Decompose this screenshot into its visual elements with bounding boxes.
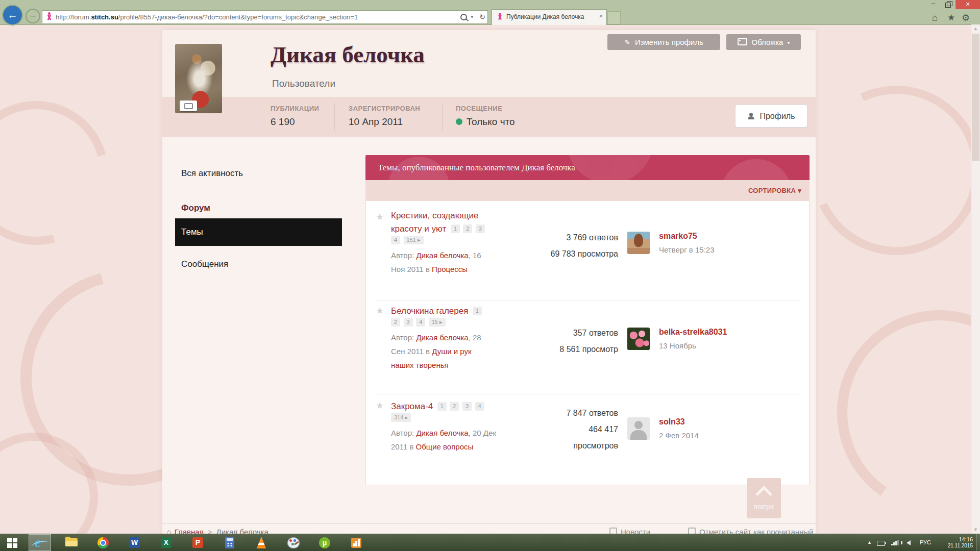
browser-chrome: ← → http://forum.stitch.su/profile/8557-… <box>0 0 980 25</box>
profile-name: Дикая белочка <box>271 41 425 68</box>
author-link[interactable]: Дикая белочка <box>416 251 468 260</box>
chevron-up-icon <box>755 486 772 503</box>
page-pill[interactable]: 4 <box>475 402 484 411</box>
taskbar-vlc[interactable] <box>250 534 273 551</box>
page-pill[interactable]: 1 <box>437 402 447 411</box>
taskbar-chrome[interactable] <box>92 534 114 551</box>
taskbar-paint[interactable] <box>282 534 304 551</box>
profile-header: Дикая белочка Пользователи ✎Изменить про… <box>162 30 816 97</box>
page-pill[interactable]: 1 <box>451 224 460 233</box>
user-link[interactable]: soln33 <box>659 417 685 426</box>
scrollbar-thumb[interactable] <box>972 34 979 161</box>
page-pill[interactable]: 4 <box>391 236 400 244</box>
topic-title-link[interactable]: Белочкина галерея <box>391 306 468 316</box>
user-link[interactable]: smarko75 <box>659 232 697 240</box>
close-button[interactable]: × <box>955 0 980 9</box>
page-pill[interactable]: 2 <box>463 224 472 233</box>
scroll-down-arrow[interactable]: ▼ <box>971 525 980 534</box>
forward-button[interactable]: → <box>26 9 40 23</box>
user-avatar[interactable] <box>627 417 650 440</box>
star-icon[interactable]: ★ <box>376 211 384 222</box>
author-link[interactable]: Дикая белочка <box>416 333 468 342</box>
topic-author-line: Автор: Дикая белочка, 20 Дек 2011 в Общи… <box>391 426 496 454</box>
back-button[interactable]: ← <box>3 6 22 24</box>
settings-gear-icon[interactable]: ⚙ <box>962 12 970 23</box>
change-photo-button[interactable] <box>180 101 197 111</box>
page-pill[interactable]: 314 ▸ <box>391 413 411 422</box>
vertical-scrollbar[interactable]: ▲ ▼ <box>971 24 980 534</box>
cover-button[interactable]: Обложка▾ <box>726 34 801 50</box>
scroll-to-top-label: вверх <box>747 502 781 511</box>
topic-replies: 7 847 ответов <box>547 405 618 421</box>
page-pill[interactable]: 3 <box>476 224 485 233</box>
author-link[interactable]: Дикая белочка <box>416 429 468 437</box>
browser-tab[interactable]: Публикации Дикая белочка × <box>492 9 607 25</box>
sidebar-item-messages[interactable]: Сообщения <box>175 259 342 269</box>
topic-stats: 3 769 ответов 69 783 просмотра <box>547 230 618 262</box>
stat-label: ПОСЕЩЕНИЕ <box>456 105 502 112</box>
show-desktop-button[interactable] <box>976 534 980 551</box>
taskbar-clock[interactable]: 14:16 21.11.2015 <box>948 536 973 549</box>
scroll-to-top-button[interactable]: вверх <box>747 478 781 518</box>
sidebar-item-topics[interactable]: Темы <box>175 218 342 246</box>
refresh-icon[interactable]: ↻ <box>479 11 485 23</box>
taskbar-chart-app[interactable] <box>345 534 368 551</box>
star-icon[interactable]: ★ <box>376 400 384 411</box>
taskbar-internet-explorer[interactable]: e <box>29 534 51 551</box>
taskbar-file-explorer[interactable] <box>60 534 83 551</box>
clock-date: 21.11.2015 <box>948 543 973 549</box>
address-bar[interactable]: http://forum.stitch.su/profile/8557-дика… <box>42 10 488 24</box>
calculator-icon <box>225 537 234 548</box>
restore-button[interactable] <box>941 0 955 9</box>
user-avatar[interactable] <box>627 328 650 350</box>
stat-divider <box>334 103 335 131</box>
scroll-up-arrow[interactable]: ▲ <box>971 24 980 33</box>
pencil-icon: ✎ <box>624 38 630 46</box>
page-pill[interactable]: 4 <box>416 318 425 327</box>
taskbar-word[interactable]: W <box>124 534 146 551</box>
language-indicator[interactable]: РУС <box>920 539 931 545</box>
category-link[interactable]: Общие вопросы <box>416 442 474 451</box>
profile-button-label: Профиль <box>760 112 795 120</box>
page-pill[interactable]: 3 <box>462 402 472 411</box>
page-pill[interactable]: 2 <box>450 402 459 411</box>
page-pill[interactable]: 15 ▸ <box>429 318 446 327</box>
home-icon[interactable]: ⌂ <box>932 12 938 23</box>
browser-toolbar: ⌂ ★ ⚙ <box>932 12 978 23</box>
utorrent-icon: µ <box>319 537 330 548</box>
topic-title-link[interactable]: Закрома-4 <box>391 402 433 411</box>
star-icon[interactable]: ★ <box>376 305 384 316</box>
page-pill[interactable]: 151 ▸ <box>404 236 424 244</box>
edit-profile-button[interactable]: ✎Изменить профиль <box>607 34 720 50</box>
taskbar-calculator[interactable] <box>218 534 241 551</box>
stat-divider <box>442 103 443 131</box>
taskbar-powerpoint[interactable]: P <box>187 534 209 551</box>
topics-panel-title: Темы, опубликованные пользователем Дикая… <box>378 155 575 180</box>
search-icon[interactable] <box>460 14 467 20</box>
tab-close-icon[interactable]: × <box>599 13 603 20</box>
new-tab-button[interactable] <box>607 11 621 24</box>
minimize-button[interactable]: – <box>926 0 941 9</box>
page-pill[interactable]: 3 <box>404 318 413 327</box>
user-avatar[interactable] <box>627 232 650 254</box>
favorites-star-icon[interactable]: ★ <box>947 12 955 23</box>
profile-button[interactable]: Профиль <box>735 105 807 128</box>
volume-icon[interactable] <box>906 540 911 545</box>
sidebar-item-all-activity[interactable]: Вся активность <box>175 168 342 179</box>
vlc-cone-icon <box>256 537 267 548</box>
tray-expand-icon[interactable]: ▲ <box>867 540 872 545</box>
topic-author-line: Автор: Дикая белочка, 16 Ноя 2011 в Проц… <box>391 248 491 276</box>
taskbar-excel[interactable]: X <box>155 534 178 551</box>
network-icon[interactable] <box>891 540 898 545</box>
category-link[interactable]: Процессы <box>432 265 468 273</box>
topic-row: Белочкина галерея 1 2 3 4 15 ▸ Автор: Ди… <box>391 305 491 372</box>
taskbar-utorrent[interactable]: µ <box>313 534 336 551</box>
page-pill[interactable]: 2 <box>391 318 400 327</box>
search-caret-icon[interactable]: ▾ <box>471 11 473 23</box>
sort-button[interactable]: СОРТИРОВКА ▾ <box>748 180 801 201</box>
start-button[interactable] <box>2 534 24 551</box>
user-link[interactable]: belka-strelka8031 <box>659 328 727 336</box>
battery-icon[interactable] <box>877 541 885 546</box>
sidebar-item-forum[interactable]: Форум <box>175 203 342 213</box>
page-pill[interactable]: 1 <box>473 307 482 315</box>
